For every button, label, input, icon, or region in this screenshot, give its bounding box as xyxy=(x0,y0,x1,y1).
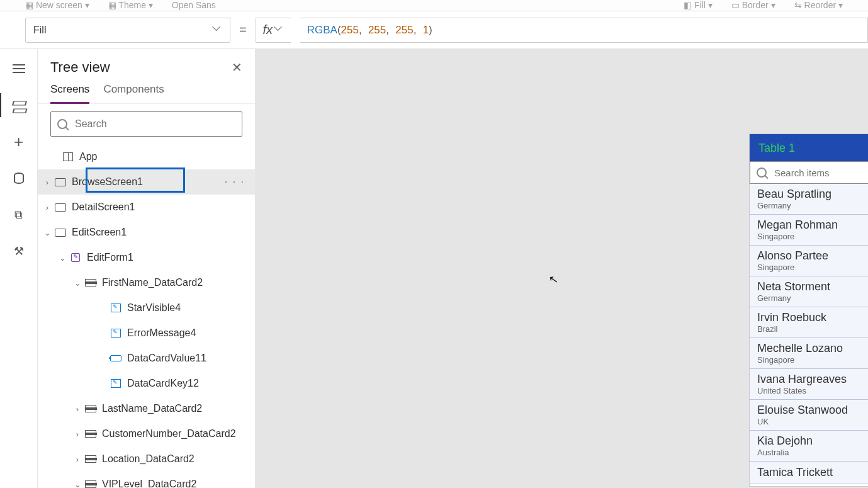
app-search-input[interactable] xyxy=(773,167,868,179)
list-item[interactable]: Beau SpratlingGermany› xyxy=(750,184,868,215)
theme-dd[interactable]: ▦ Theme ▾ xyxy=(108,0,153,10)
tree-node-custnum-card[interactable]: › CustomerNumber_DataCard2 xyxy=(38,421,255,446)
chevron-down-icon xyxy=(275,26,284,35)
new-screen-dd[interactable]: ▦ New screen ▾ xyxy=(25,0,89,10)
canvas[interactable]: ↖ Table 1 + Beau SpratlingGermany› Megan… xyxy=(256,49,868,488)
chevron-down-icon xyxy=(213,26,222,35)
list-item[interactable]: Kia DejohnAustralia› xyxy=(750,431,868,462)
fill-dd[interactable]: ◧ Fill ▾ xyxy=(684,0,713,10)
tree-node-editscreen[interactable]: ⌄ EditScreen1 xyxy=(38,220,255,245)
tree-title: Tree view xyxy=(50,59,110,76)
tab-screens[interactable]: Screens xyxy=(50,83,89,104)
app-preview: Table 1 + Beau SpratlingGermany› Megan R… xyxy=(750,134,868,486)
app-search[interactable] xyxy=(750,161,868,184)
app-title: Table 1 xyxy=(756,142,868,155)
list-item[interactable]: Elouise StanwoodUK› xyxy=(750,400,868,431)
list-item[interactable]: Megan RohmanSingapore› xyxy=(750,215,868,246)
fx-button[interactable]: fx xyxy=(256,18,291,43)
list-item[interactable]: Ivana HargreavesUnited States› xyxy=(750,369,868,400)
list-item[interactable]: Neta StormentGermany› xyxy=(750,276,868,307)
tree-view-icon[interactable] xyxy=(11,97,27,113)
property-name: Fill xyxy=(33,25,46,36)
border-dd[interactable]: ▭ Border ▾ xyxy=(731,0,775,10)
search-icon xyxy=(57,119,67,129)
formula-input[interactable]: RGBA(255, 255, 255, 1) xyxy=(300,18,868,43)
tree-node-errormessage[interactable]: · ErrorMessage4 xyxy=(38,321,255,346)
left-rail: + ⧉ ⚒ xyxy=(0,49,38,488)
search-icon xyxy=(757,167,767,178)
cursor-icon: ↖ xyxy=(548,272,560,287)
ribbon: ▦ New screen ▾ ▦ Theme ▾ Open Sans ◧ Fil… xyxy=(0,0,868,11)
insert-icon[interactable]: + xyxy=(11,133,27,150)
hamburger-icon[interactable] xyxy=(11,60,27,77)
list-item[interactable]: Tamica Trickett› xyxy=(750,462,868,484)
tree-node-firstname-card[interactable]: ⌄ FirstName_DataCard2 xyxy=(38,270,255,295)
tree-search[interactable] xyxy=(50,111,242,137)
close-icon[interactable]: ✕ xyxy=(232,60,242,75)
reorder-dd[interactable]: ⇆ Reorder ▾ xyxy=(794,0,843,10)
tree-node-editform[interactable]: ⌄ EditForm1 xyxy=(38,245,255,270)
tree-node-location-card[interactable]: › Location_DataCard2 xyxy=(38,446,255,472)
gallery: Beau SpratlingGermany› Megan RohmanSinga… xyxy=(750,184,868,484)
property-dropdown[interactable]: Fill xyxy=(25,18,230,43)
tree-node-vip-card[interactable]: ⌄ VIPLevel_DataCard2 xyxy=(38,472,255,488)
tree-node-detailscreen[interactable]: › DetailScreen1 xyxy=(38,195,255,220)
list-item[interactable]: Alonso ParteeSingapore› xyxy=(750,246,868,276)
media-icon[interactable]: ⧉ xyxy=(11,207,27,223)
formula-bar: Fill = fx RGBA(255, 255, 255, 1) xyxy=(0,11,868,49)
tree-view-panel: Tree view ✕ Screens Components ▾ App › B… xyxy=(38,49,256,488)
list-item[interactable]: Mechelle LozanoSingapore› xyxy=(750,338,868,369)
data-icon[interactable] xyxy=(11,170,27,186)
font-dd[interactable]: Open Sans xyxy=(172,0,216,10)
list-item[interactable]: Irvin RoebuckBrazil› xyxy=(750,307,868,338)
more-icon[interactable]: · · · xyxy=(225,176,245,188)
tab-components[interactable]: Components xyxy=(103,83,164,103)
tree-node-browsescreen[interactable]: › BrowseScreen1 · · · xyxy=(38,169,255,195)
tree-node-datacardkey[interactable]: · DataCardKey12 xyxy=(38,371,255,396)
tree-node-datacardvalue[interactable]: · DataCardValue11 xyxy=(38,346,255,371)
tree-node-lastname-card[interactable]: › LastName_DataCard2 xyxy=(38,396,255,421)
equals-sign: = xyxy=(239,23,247,37)
tree-node-starvisible[interactable]: · StarVisible4 xyxy=(38,295,255,321)
tree-node-app[interactable]: ▾ App xyxy=(38,144,255,169)
tools-icon[interactable]: ⚒ xyxy=(11,243,27,259)
tree-search-input[interactable] xyxy=(74,118,235,130)
app-header: Table 1 + xyxy=(750,134,868,162)
